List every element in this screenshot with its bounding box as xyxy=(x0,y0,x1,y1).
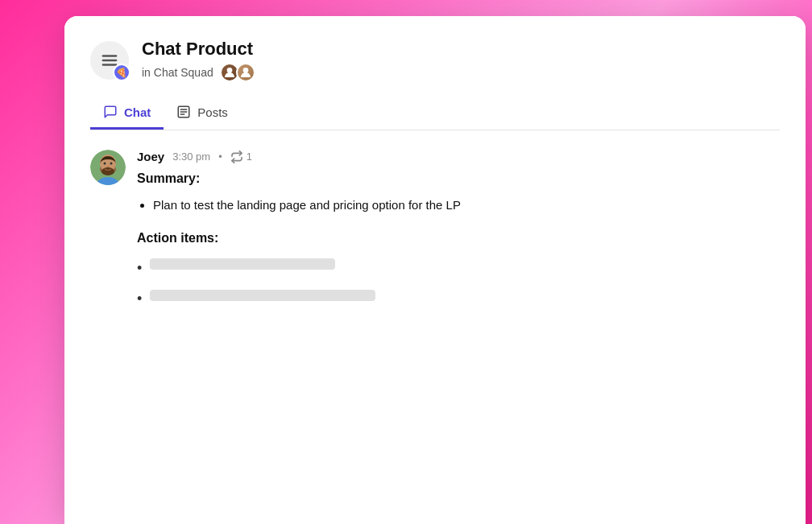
posts-tab-icon xyxy=(176,105,191,119)
svg-point-14 xyxy=(104,163,106,165)
message-meta: Joey 3:30 pm • 1 xyxy=(137,150,780,163)
action-item-2 xyxy=(137,287,780,311)
chat-tab-icon xyxy=(103,105,118,119)
summary-list: Plan to test the landing page and pricin… xyxy=(137,196,780,215)
message-retweet[interactable]: 1 xyxy=(230,151,252,163)
tab-chat[interactable]: Chat xyxy=(90,97,164,130)
summary-item-1: Plan to test the landing page and pricin… xyxy=(153,196,780,215)
member-avatar-2 xyxy=(236,63,255,82)
channel-subtitle: in Chat Squad xyxy=(142,63,780,82)
redacted-text-2 xyxy=(150,290,375,301)
redacted-text-1 xyxy=(150,258,335,270)
svg-point-13 xyxy=(102,167,114,175)
action-item-1 xyxy=(137,257,780,280)
header-top: 🍕 Chat Product in Chat Squad xyxy=(90,39,780,82)
channel-badge: 🍕 xyxy=(113,64,130,81)
tab-bar: Chat Posts xyxy=(90,97,780,130)
channel-subtitle-text: in Chat Squad xyxy=(142,66,213,79)
channel-title: Chat Product xyxy=(142,39,780,60)
retweet-icon xyxy=(230,151,243,163)
tab-posts[interactable]: Posts xyxy=(164,97,241,130)
summary-heading: Summary: xyxy=(137,168,780,189)
svg-point-15 xyxy=(110,163,113,165)
message-author-avatar xyxy=(90,150,126,185)
app-window: 🍕 Chat Product in Chat Squad xyxy=(64,16,806,524)
tab-posts-label: Posts xyxy=(197,105,228,119)
channel-icon: 🍕 xyxy=(90,41,129,80)
svg-point-16 xyxy=(107,166,110,167)
member-avatars xyxy=(220,63,255,82)
svg-point-4 xyxy=(242,68,248,73)
joey-avatar-svg xyxy=(90,150,126,185)
channel-header: 🍕 Chat Product in Chat Squad xyxy=(64,16,806,130)
action-items-heading: Action items: xyxy=(137,228,780,249)
message-content: Summary: Plan to test the landing page a… xyxy=(137,168,780,311)
message-item: Joey 3:30 pm • 1 Summary: xyxy=(90,150,780,319)
chat-content: Joey 3:30 pm • 1 Summary: xyxy=(64,130,806,510)
retweet-count: 1 xyxy=(246,151,252,163)
message-timestamp: 3:30 pm xyxy=(172,151,210,163)
message-author-name: Joey xyxy=(137,150,164,163)
message-body: Joey 3:30 pm • 1 Summary: xyxy=(137,150,780,319)
message-separator: • xyxy=(218,151,222,163)
channel-info: Chat Product in Chat Squad xyxy=(142,39,780,82)
svg-point-3 xyxy=(226,68,232,73)
tab-chat-label: Chat xyxy=(124,105,151,119)
